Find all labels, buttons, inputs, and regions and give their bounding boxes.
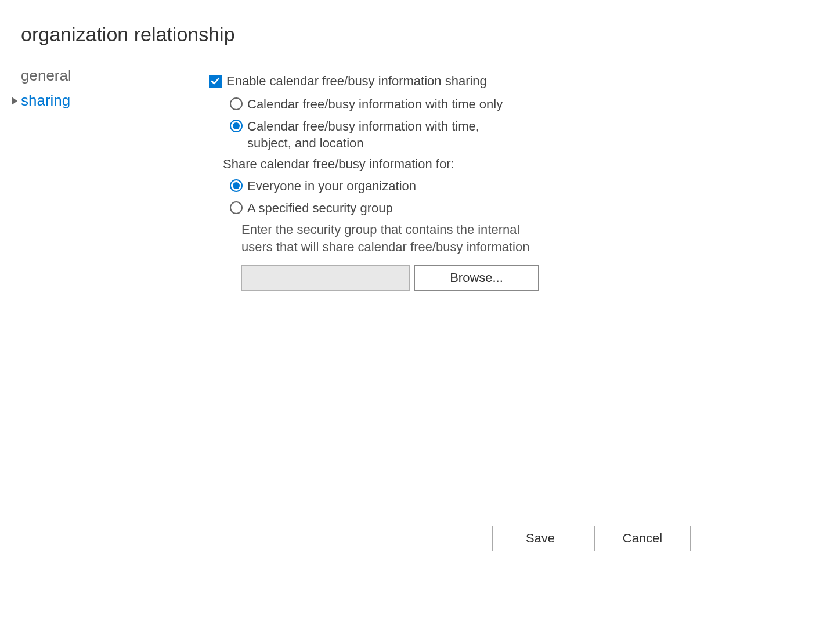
cancel-button[interactable]: Cancel [594, 526, 691, 551]
footer-buttons: Save Cancel [492, 526, 691, 551]
radio-everyone[interactable]: Everyone in your organization [230, 178, 816, 195]
radio-icon [230, 201, 243, 214]
save-button[interactable]: Save [492, 526, 588, 551]
enable-sharing-label: Enable calendar free/busy information sh… [226, 74, 487, 89]
sidebar-item-sharing[interactable]: sharing [12, 88, 186, 113]
sidebar-item-general[interactable]: general [12, 63, 186, 88]
sidebar: general sharing [12, 63, 186, 291]
security-group-help-text: Enter the security group that contains t… [209, 221, 546, 255]
checkmark-icon [211, 77, 220, 86]
radio-security-group[interactable]: A specified security group [230, 200, 816, 217]
radio-icon [230, 97, 243, 110]
detail-level-radio-group: Calendar free/busy information with time… [209, 96, 816, 152]
share-for-label: Share calendar free/busy information for… [209, 157, 816, 172]
page-title: organization relationship [0, 0, 816, 63]
radio-label: Everyone in your organization [247, 178, 416, 195]
radio-label: Calendar free/busy information with time… [247, 118, 508, 152]
radio-icon [230, 120, 243, 132]
browse-button[interactable]: Browse... [414, 265, 539, 291]
radio-time-only[interactable]: Calendar free/busy information with time… [230, 96, 816, 113]
main-panel: Enable calendar free/busy information sh… [186, 63, 816, 291]
radio-label: Calendar free/busy information with time… [247, 96, 503, 113]
enable-sharing-checkbox[interactable] [209, 75, 222, 88]
share-for-radio-group: Everyone in your organization A specifie… [209, 178, 816, 216]
radio-time-subject-location[interactable]: Calendar free/busy information with time… [230, 118, 816, 152]
security-group-input[interactable] [241, 265, 410, 291]
radio-icon [230, 179, 243, 192]
radio-label: A specified security group [247, 200, 393, 217]
